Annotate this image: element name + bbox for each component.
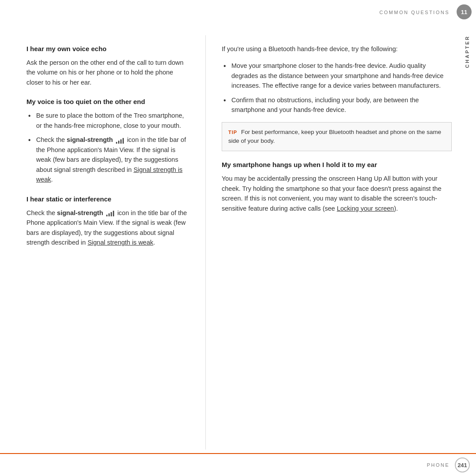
bullet-text-2-end: . (51, 176, 53, 183)
static-end: . (153, 239, 155, 246)
signal-strength-icon-2 (106, 210, 114, 216)
tip-label: TIP (228, 130, 237, 135)
bar3 (111, 212, 112, 216)
signal-strength-link-2[interactable]: Signal strength is weak (88, 239, 153, 246)
page-number-bottom: 241 (455, 457, 470, 472)
bar2 (118, 141, 119, 144)
right-intro: If you're using a Bluetooth hands-free d… (222, 44, 452, 54)
tip-box: TIP For best performance, keep your Blue… (222, 122, 452, 152)
page-number-top: 11 (457, 4, 472, 19)
bar4 (113, 211, 114, 216)
bullet-bluetooth-2: Confirm that no obstructions, including … (231, 97, 419, 113)
hangs-up-text-3: ). (394, 205, 398, 212)
bullet-list-quiet: Be sure to place the bottom of the Treo … (26, 111, 190, 184)
bullet-bluetooth-1: Move your smartphone closer to the hands… (231, 62, 443, 89)
body-static: Check the signal-strength icon in the ti… (26, 208, 190, 248)
bullet-text-1: Be sure to place the bottom of the Treo … (36, 112, 184, 129)
heading-voice-quiet: My voice is too quiet on the other end (26, 97, 190, 106)
section-hangs-up: My smartphone hangs up when I hold it to… (222, 160, 452, 213)
bar2 (108, 213, 110, 216)
left-column: I hear my own voice echo Ask the person … (26, 31, 190, 450)
list-item: Confirm that no obstructions, including … (222, 95, 452, 115)
chapter-side-label: CHAPTER (465, 35, 470, 68)
bar3 (120, 139, 122, 144)
bar1 (116, 142, 117, 144)
column-divider (205, 35, 206, 450)
header-bar: COMMON QUESTIONS (379, 10, 450, 15)
bullet-text-2-before: Check the (36, 136, 67, 143)
list-item: Be sure to place the bottom of the Treo … (26, 111, 190, 130)
body-voice-echo: Ask the person on the other end of the c… (26, 58, 190, 87)
heading-static: I hear static or interference (26, 194, 190, 204)
body-hangs-up: You may be accidentally pressing the ons… (222, 174, 452, 213)
heading-voice-echo: I hear my own voice echo (26, 44, 190, 53)
signal-strength-bold-1: signal-strength (67, 136, 113, 143)
footer-label: PHONE (427, 462, 450, 468)
hangs-up-text-1: You may be accidentally pressing the ons… (222, 175, 441, 212)
tip-text: For best performance, keep your Bluetoot… (228, 129, 441, 144)
signal-strength-bold-2: signal-strength (57, 209, 103, 216)
header-label: COMMON QUESTIONS (379, 10, 450, 15)
footer-bar: PHONE 241 (0, 453, 476, 476)
bar1 (106, 215, 108, 216)
section-voice-quiet: My voice is too quiet on the other end B… (26, 97, 190, 184)
bullet-list-bluetooth: Move your smartphone closer to the hands… (222, 61, 452, 115)
list-item: Move your smartphone closer to the hands… (222, 61, 452, 90)
right-column: If you're using a Bluetooth hands-free d… (222, 31, 452, 450)
static-before: Check the (26, 209, 57, 216)
section-voice-echo: I hear my own voice echo Ask the person … (26, 44, 190, 87)
content-wrapper: I hear my own voice echo Ask the person … (26, 31, 452, 450)
locking-screen-link[interactable]: Locking your screen (337, 205, 394, 212)
signal-strength-icon-1 (116, 138, 124, 144)
bar4 (123, 138, 124, 144)
heading-hangs-up: My smartphone hangs up when I hold it to… (222, 160, 452, 169)
section-static: I hear static or interference Check the … (26, 194, 190, 248)
list-item: Check the signal-strength icon in the ti… (26, 135, 190, 184)
